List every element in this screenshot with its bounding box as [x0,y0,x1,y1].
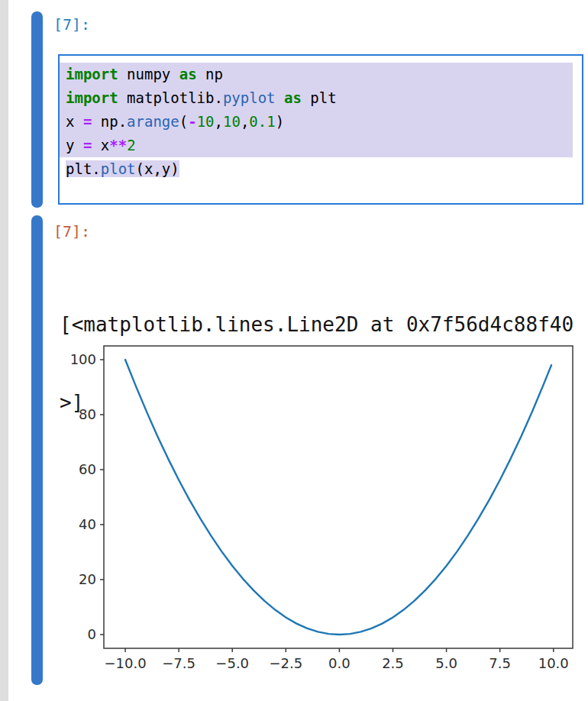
svg-text:5.0: 5.0 [435,655,457,671]
left-gutter [0,0,8,701]
code-cell-editor[interactable]: import numpy as npimport matplotlib.pypl… [58,54,583,205]
svg-text:−2.5: −2.5 [269,655,302,671]
svg-text:7.5: 7.5 [489,655,511,671]
execution-count: [7]: [53,15,90,34]
svg-text:80: 80 [79,406,96,422]
svg-text:60: 60 [79,461,96,477]
svg-text:2.5: 2.5 [382,655,404,671]
code-line: x = np.arange(-10,10,0.1) [60,110,573,134]
svg-text:40: 40 [79,516,96,532]
svg-text:−5.0: −5.0 [215,655,249,671]
svg-text:20: 20 [79,571,96,587]
output-text-line: [<matplotlib.lines.Line2D at 0x7f56d4c88… [60,312,586,338]
svg-text:10.0: 10.0 [538,655,569,671]
svg-text:0: 0 [88,626,96,642]
code-line: import numpy as np [60,63,573,86]
output-prompt: [7]: [53,222,90,241]
svg-text:0.0: 0.0 [328,655,351,671]
svg-text:100: 100 [70,351,96,367]
svg-text:−10.0: −10.0 [104,655,146,671]
input-collapser[interactable] [31,11,43,208]
svg-text:−7.5: −7.5 [162,655,195,671]
output-collapser[interactable] [31,215,43,685]
output-figure: −10.0−7.5−5.0−2.50.02.55.07.510.00204060… [67,336,583,676]
code-line: y = x**2 [60,134,573,157]
code-line: plt.plot(x,y) [60,157,582,181]
notebook-panel: [7]: import numpy as npimport matplotlib… [0,0,588,701]
code-line: import matplotlib.pyplot as plt [60,86,573,110]
